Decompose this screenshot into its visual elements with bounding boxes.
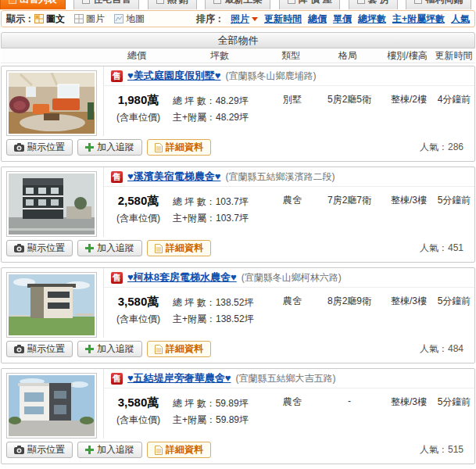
- layout-cell: -: [315, 396, 384, 428]
- listing-title-link[interactable]: ♥五結堤岸旁奢華農舍♥: [127, 371, 231, 385]
- area-main-label: 主+附屬：: [173, 112, 216, 123]
- tab-studio[interactable]: 套 房: [349, 0, 398, 9]
- price-value: 2,580萬: [104, 194, 173, 209]
- plus-icon: [85, 143, 94, 152]
- popularity: 人氣：451: [420, 242, 468, 255]
- updated-cell: 5分鐘前: [434, 194, 474, 227]
- area-main-label: 主+附屬：: [173, 414, 216, 425]
- area-main-label: 主+附屬：: [173, 313, 216, 324]
- popularity-count: 515: [448, 444, 463, 455]
- grid-icon: [74, 14, 84, 23]
- column-layout: 格局: [313, 49, 382, 63]
- details-button[interactable]: 詳細資料: [147, 240, 211, 256]
- popularity: 人氣：484: [420, 342, 468, 356]
- for-sale-badge: 售: [111, 272, 123, 284]
- display-option-imagetext[interactable]: 圖文: [34, 13, 65, 26]
- tab-shop[interactable]: 福利商鋪: [406, 0, 471, 9]
- area-main-value: 103.7坪: [216, 213, 249, 224]
- price-cell: 3,580萬 (含車位價): [104, 396, 173, 428]
- tab-label: 出售列表: [20, 0, 57, 9]
- tab-label: 最新上架: [224, 0, 262, 9]
- floor-cell: 整棟/2樓: [384, 93, 434, 126]
- details-label: 詳細資料: [166, 342, 203, 356]
- add-tracking-button[interactable]: 加入追蹤: [77, 442, 142, 458]
- listing-photo[interactable]: [6, 70, 97, 136]
- document-icon: [155, 244, 163, 253]
- tab-label: 降 價 屋: [299, 0, 332, 9]
- tab-newest[interactable]: 最新上架: [205, 0, 270, 9]
- document-icon: [155, 446, 163, 455]
- listing-photo[interactable]: [6, 171, 97, 237]
- details-button[interactable]: 詳細資料: [147, 442, 211, 458]
- tab-icon: [357, 0, 365, 4]
- show-location-button[interactable]: 顯示位置: [6, 341, 73, 357]
- area-main-value: 138.52坪: [216, 313, 254, 324]
- listing-photo[interactable]: [6, 272, 97, 338]
- type-cell: 別墅: [270, 93, 315, 126]
- show-location-label: 顯示位置: [27, 141, 65, 154]
- listing-photo[interactable]: [6, 373, 97, 439]
- add-tracking-button[interactable]: 加入追蹤: [77, 139, 142, 156]
- sort-popularity[interactable]: 人氣: [451, 13, 470, 26]
- area-cell: 總 坪 數：48.29坪 主+附屬：48.29坪: [173, 93, 270, 126]
- display-option-image[interactable]: 圖片: [74, 13, 105, 26]
- tab-price-drop[interactable]: 降 價 屋: [279, 0, 341, 9]
- sort-label: 排序：: [196, 13, 224, 26]
- column-total-price: 總價: [102, 49, 171, 63]
- sort-total-price[interactable]: 總價: [308, 13, 327, 26]
- area-total-label: 總 坪 數：: [173, 95, 216, 106]
- display-options: 顯示： 圖文 圖片 地圖: [6, 13, 154, 26]
- updated-cell: 4分鐘前: [434, 93, 474, 126]
- show-location-button[interactable]: 顯示位置: [6, 240, 73, 256]
- details-button[interactable]: 詳細資料: [147, 139, 211, 156]
- popularity: 人氣：286: [420, 141, 468, 154]
- price-note: (含車位價): [104, 414, 173, 427]
- column-floor: 樓別/樓高: [382, 49, 432, 63]
- display-sort-toolbar: 顯示： 圖文 圖片 地圖 排序： 照片 更新時間 總價 單價 總坪數 主+附屬坪…: [1, 10, 475, 27]
- sort-unit-price[interactable]: 單價: [333, 13, 352, 26]
- updated-cell: 5分鐘前: [434, 396, 474, 428]
- area-main-value: 48.29坪: [216, 112, 249, 123]
- popularity: 人氣：515: [420, 443, 468, 456]
- sort-update-time[interactable]: 更新時間: [264, 13, 302, 26]
- add-tracking-button[interactable]: 加入追蹤: [77, 240, 142, 256]
- show-location-label: 顯示位置: [27, 342, 65, 356]
- price-value: 3,580萬: [104, 295, 173, 310]
- layout-cell: 7房2廳7衛: [315, 194, 384, 227]
- area-total-value: 48.29坪: [216, 95, 249, 106]
- price-cell: 1,980萬 (含車位價): [104, 93, 173, 126]
- tab-sale-list[interactable]: 出售列表: [0, 0, 66, 9]
- listing-title-link[interactable]: ♥美式庭園度假別墅♥: [127, 69, 220, 83]
- price-cell: 3,580萬 (含車位價): [104, 295, 173, 328]
- layout-cell: 5房2廳5衛: [315, 93, 384, 126]
- sort-main-area[interactable]: 主+附屬坪數: [392, 13, 445, 26]
- display-label: 顯示：: [6, 13, 34, 26]
- listing-card: 售 ♥柯林8套房電梯水農舍♥ (宜蘭縣冬山鄉柯林六路) 3,580萬 (含車位價…: [1, 267, 475, 363]
- area-cell: 總 坪 數：59.89坪 主+附屬：59.89坪: [173, 396, 270, 428]
- show-location-button[interactable]: 顯示位置: [6, 139, 73, 156]
- sort-options: 排序： 照片 更新時間 總價 單價 總坪數 主+附屬坪數 人氣: [196, 13, 470, 26]
- listing-title-link[interactable]: ♥柯林8套房電梯水農舍♥: [127, 270, 237, 285]
- sort-photo[interactable]: 照片: [231, 13, 258, 26]
- sort-total-area[interactable]: 總坪數: [358, 13, 386, 26]
- tab-icon: [288, 0, 295, 4]
- area-main-label: 主+附屬：: [173, 213, 216, 224]
- listing-title-link[interactable]: ♥溪濱美宿電梯農舍♥: [127, 170, 220, 184]
- display-option-map[interactable]: 地圖: [114, 13, 145, 26]
- tab-owner-sale[interactable]: 住宅自售: [73, 0, 139, 9]
- popularity-count: 451: [448, 242, 463, 253]
- add-tracking-button[interactable]: 加入追蹤: [77, 341, 142, 357]
- listing-card: 售 ♥美式庭園度假別墅♥ (宜蘭縣冬山鄉鹿埔路) 1,980萬 (含車位價) 總…: [1, 66, 475, 162]
- floor-cell: 整棟/3樓: [384, 295, 434, 328]
- area-cell: 總 坪 數：103.7坪 主+附屬：103.7坪: [173, 194, 270, 227]
- show-location-button[interactable]: 顯示位置: [6, 442, 73, 458]
- price-value: 3,580萬: [104, 396, 173, 410]
- thumbnail-column: [2, 66, 103, 136]
- for-sale-badge: 售: [111, 373, 123, 385]
- tab-hot[interactable]: 熱 銷: [148, 0, 197, 9]
- price-note: (含車位價): [104, 212, 173, 225]
- area-total-label: 總 坪 數：: [173, 398, 216, 409]
- details-button[interactable]: 詳細資料: [147, 341, 211, 357]
- add-tracking-label: 加入追蹤: [97, 141, 134, 154]
- updated-cell: 5分鐘前: [434, 295, 474, 328]
